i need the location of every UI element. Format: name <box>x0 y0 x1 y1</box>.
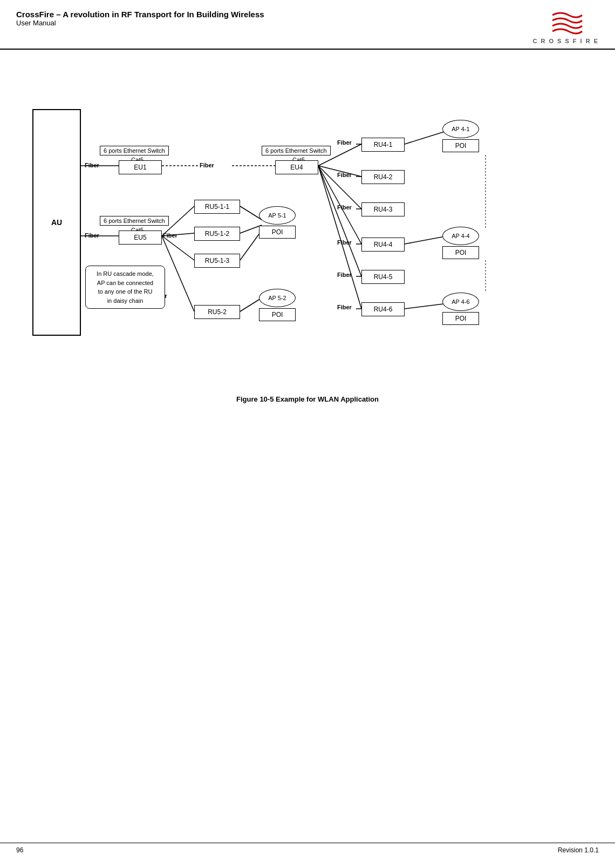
poi-4-4-box: POI <box>442 246 479 259</box>
svg-line-12 <box>318 166 361 276</box>
poi-4-1-box: POI <box>442 139 479 152</box>
svg-line-20 <box>405 303 448 309</box>
svg-line-15 <box>240 225 262 233</box>
ru4-6-box: RU4-6 <box>361 302 405 316</box>
ru5-1-1-box: RU5-1-1 <box>194 200 240 214</box>
poi-5-2-box: POI <box>259 308 296 321</box>
ru4-5-box: RU4-5 <box>361 270 405 284</box>
page-number: 96 <box>16 846 23 854</box>
diagram-svg <box>16 66 599 390</box>
ru4-2-box: RU4-2 <box>361 170 405 184</box>
logo: C R O S S F I R E <box>532 10 599 44</box>
fiber-label-ru4-6: Fiber <box>337 304 352 310</box>
ru5-1-2-box: RU5-1-2 <box>194 227 240 241</box>
fiber-label-ru4-3: Fiber <box>337 204 352 211</box>
header-subtitle: User Manual <box>16 19 264 27</box>
fiber-label-ru4-1: Fiber <box>337 139 352 146</box>
au-label: AU <box>51 218 62 227</box>
figure-caption: Figure 10-5 Example for WLAN Application <box>0 395 615 403</box>
logo-icon <box>547 10 585 37</box>
revision: Revision 1.0.1 <box>558 846 599 854</box>
fiber-label-ru4-4: Fiber <box>337 239 352 246</box>
ru4-3-box: RU4-3 <box>361 202 405 216</box>
ap4-1-oval: AP 4-1 <box>442 120 479 138</box>
header-title: CrossFire – A revolution in RF Transport… <box>16 10 264 19</box>
ru5-2-box: RU5-2 <box>194 305 240 319</box>
svg-line-18 <box>405 131 448 144</box>
ap5-1-oval: AP 5-1 <box>259 206 296 225</box>
svg-line-6 <box>162 236 194 311</box>
switch3-label: 6 ports Ethernet Switch <box>262 146 331 155</box>
header-text: CrossFire – A revolution in RF Transport… <box>16 10 264 27</box>
fiber-label-eu5: Fiber <box>85 232 99 239</box>
svg-line-17 <box>240 298 262 311</box>
ap4-4-oval: AP 4-4 <box>442 227 479 245</box>
fiber-label-eu5-right: Fiber <box>163 232 177 239</box>
svg-line-13 <box>318 166 361 309</box>
switch1-label: 6 ports Ethernet Switch <box>100 146 169 155</box>
poi-4-6-box: POI <box>442 312 479 325</box>
switch2-label: 6 ports Ethernet Switch <box>100 216 169 226</box>
ru4-1-box: RU4-1 <box>361 138 405 152</box>
fiber-label-ru4-2: Fiber <box>337 172 352 178</box>
eu1-box: EU1 <box>119 160 162 174</box>
eu4-box: EU4 <box>275 160 318 174</box>
fiber-label-ru4-5: Fiber <box>337 272 352 278</box>
eu5-box: EU5 <box>119 230 162 245</box>
svg-line-19 <box>405 236 448 244</box>
page-header: CrossFire – A revolution in RF Transport… <box>0 0 615 50</box>
au-box: AU <box>32 109 81 336</box>
ru5-1-3-box: RU5-1-3 <box>194 254 240 268</box>
page-footer: 96 Revision 1.0.1 <box>0 843 615 857</box>
note-box: In RU cascade mode,AP can be connectedto… <box>85 266 165 309</box>
ap5-2-oval: AP 5-2 <box>259 289 296 307</box>
fiber-label-eu1: Fiber <box>85 162 99 168</box>
ru4-4-box: RU4-4 <box>361 238 405 252</box>
logo-text: C R O S S F I R E <box>532 38 599 44</box>
ap4-6-oval: AP 4-6 <box>442 293 479 311</box>
svg-line-5 <box>162 236 194 260</box>
fiber-label-eu4: Fiber <box>200 162 214 168</box>
svg-line-16 <box>240 230 262 260</box>
poi-5-1-box: POI <box>259 226 296 239</box>
diagram-container: AU 6 ports Ethernet Switch Cat5 EU1 Fibe… <box>16 66 599 390</box>
svg-line-14 <box>240 206 262 220</box>
